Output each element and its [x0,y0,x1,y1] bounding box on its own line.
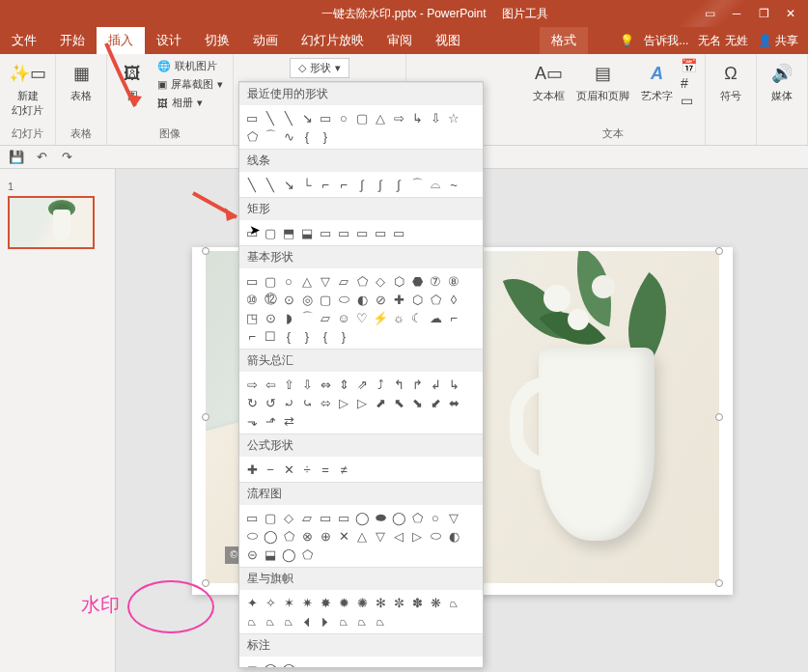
online-pictures-button[interactable]: 🌐联机图片 [155,58,225,74]
new-slide-button[interactable]: ✨▭ 新建 幻灯片 [8,58,47,120]
ribbon-options-icon[interactable]: ▭ [700,4,719,23]
shape-f9[interactable]: ◯ [390,509,407,526]
shape-rect4[interactable]: ⬓ [298,224,316,241]
shape-f10[interactable]: ⬠ [408,509,426,526]
shape-b10[interactable]: ⬣ [408,272,426,290]
shape-f1[interactable]: ▭ [243,509,261,526]
shape-ar26[interactable]: ⬏ [262,412,279,430]
shapes-button[interactable]: ◇ 形状 ▾ [290,58,349,78]
shape-f26[interactable]: ⬓ [262,546,279,563]
shape-s11[interactable]: ❋ [427,594,444,611]
tab-file[interactable]: 文件 [0,27,48,54]
shape-eq3[interactable]: ✕ [280,461,297,478]
shape-ar18[interactable]: ▷ [335,394,352,411]
shape-arc[interactable]: ⌒ [262,127,279,145]
tab-view[interactable]: 视图 [424,27,472,54]
shape-ar5[interactable]: ⇔ [317,376,334,393]
shape-b42[interactable]: } [335,327,352,345]
shape-s5[interactable]: ✸ [317,594,334,611]
shape-s8[interactable]: ✻ [372,594,389,611]
shape-s1[interactable]: ✦ [243,594,261,611]
shape-b34[interactable]: ☾ [408,309,426,326]
shape-eq2[interactable]: − [262,461,279,478]
shape-f3[interactable]: ◇ [280,509,297,526]
shape-ar11[interactable]: ↲ [427,376,444,393]
tab-slideshow[interactable]: 幻灯片放映 [290,27,376,54]
shape-b18[interactable]: ⬭ [335,291,352,308]
tab-transition[interactable]: 切换 [193,27,241,54]
shape-ar12[interactable]: ↳ [445,376,462,393]
shape-b38[interactable]: ☐ [262,327,279,345]
shape-freeform[interactable]: ⌒ [408,176,426,193]
shape-ar8[interactable]: ⤴ [372,376,389,393]
shape-ar25[interactable]: ⬎ [243,412,261,430]
shape-f24[interactable]: ◐ [445,527,462,545]
shape-ar27[interactable]: ⇄ [280,412,297,430]
shape-brace-r[interactable]: } [317,127,334,145]
shape-s10[interactable]: ✽ [408,594,426,611]
shape-b27[interactable]: ◗ [280,309,297,326]
shape-s15[interactable]: ⏢ [280,612,297,630]
shape-b17[interactable]: ▢ [317,291,334,308]
shape-s17[interactable]: ⏵ [317,612,334,630]
shape-c2[interactable]: ◯ [262,660,279,668]
shape-eq5[interactable]: = [317,461,334,478]
shape-f17[interactable]: ⊕ [317,527,334,545]
shape-ar17[interactable]: ⬄ [317,394,334,411]
shape-s14[interactable]: ⏢ [262,612,279,630]
shape-curve-b[interactable]: ∫ [372,176,389,193]
pictures-button[interactable]: 🖼 图 [115,58,150,111]
shape-ar23[interactable]: ⬋ [427,394,444,411]
shape-scribble2[interactable]: ~ [445,176,462,193]
shape-eq4[interactable]: ÷ [298,461,316,478]
shape-s4[interactable]: ✷ [298,594,316,611]
share-button[interactable]: 👤 共享 [758,33,798,49]
date-button[interactable]: 📅 [681,58,697,73]
shape-curve-c[interactable]: ∫ [390,176,407,193]
slide-thumbnail-1[interactable] [8,196,95,249]
media-button[interactable]: 🔊媒体 [765,58,799,105]
shape-f20[interactable]: ▽ [372,527,389,545]
shape-s9[interactable]: ✼ [390,594,407,611]
shape-b7[interactable]: ⬠ [353,272,371,290]
shape-rect3[interactable]: ⬒ [280,224,297,241]
shape-f28[interactable]: ⬠ [298,546,316,563]
shape-b31[interactable]: ♡ [353,309,371,326]
shape-scribble[interactable]: ⌓ [427,176,444,193]
shape-textbox[interactable]: ▭ [243,109,261,126]
shape-b39[interactable]: { [280,327,297,345]
user-name[interactable]: 无名 无姓 [698,33,747,49]
shape-ar7[interactable]: ⇗ [353,376,371,393]
shape-b1[interactable]: ▭ [243,272,261,290]
shape-f13[interactable]: ⬭ [243,527,261,545]
header-footer-button[interactable]: ▤页眉和页脚 [572,58,633,108]
shape-ar2[interactable]: ⇦ [262,376,279,393]
wordart-button[interactable]: A艺术字 [637,58,677,108]
tab-review[interactable]: 审阅 [376,27,424,54]
shape-elbow2[interactable]: ⌐ [317,176,334,193]
shape-curve-a[interactable]: ∫ [353,176,371,193]
save-button[interactable]: 💾 [8,149,25,166]
shape-f21[interactable]: ◁ [390,527,407,545]
shape-b26[interactable]: ⊙ [262,309,279,326]
shape-b12[interactable]: ⑧ [445,272,462,290]
shape-ar19[interactable]: ▷ [353,394,371,411]
shape-eq6[interactable]: ≠ [335,461,352,478]
shape-b3[interactable]: ○ [280,272,297,290]
screenshot-button[interactable]: ▣屏幕截图 ▾ [155,76,225,93]
shape-b23[interactable]: ⬠ [427,291,444,308]
shape-ar13[interactable]: ↻ [243,394,261,411]
shape-c11[interactable]: ▭ [427,660,444,668]
shape-f16[interactable]: ⊗ [298,527,316,545]
object-button[interactable]: ▭ [681,93,697,108]
shape-b5[interactable]: ▽ [317,272,334,290]
shape-c5[interactable]: ▭ [317,660,334,668]
shape-arrow-l[interactable]: ↳ [408,109,426,126]
shape-b22[interactable]: ⬡ [408,291,426,308]
shape-b28[interactable]: ⌒ [298,309,316,326]
table-button[interactable]: ▦ 表格 [64,58,98,105]
shape-b11[interactable]: ⑦ [427,272,444,290]
textbox-button[interactable]: A▭文本框 [529,58,569,108]
shape-f15[interactable]: ⬠ [280,527,297,545]
redo-button[interactable]: ↷ [58,149,75,166]
